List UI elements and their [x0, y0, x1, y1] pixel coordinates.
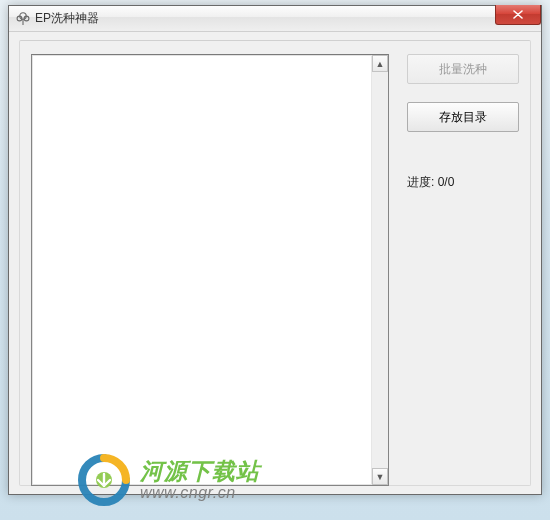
- app-icon: [15, 11, 31, 27]
- side-panel: 批量洗种 存放目录 进度: 0/0: [389, 54, 519, 472]
- watermark-text: 河源下载站 www.cngr.cn: [140, 459, 260, 502]
- save-dir-button[interactable]: 存放目录: [407, 102, 519, 132]
- progress-label: 进度:: [407, 175, 434, 189]
- progress-value: 0/0: [438, 175, 455, 189]
- batch-wash-button: 批量洗种: [407, 54, 519, 84]
- chevron-down-icon[interactable]: ▼: [372, 468, 388, 485]
- scroll-track[interactable]: [372, 72, 388, 468]
- watermark: 河源下载站 www.cngr.cn: [78, 454, 260, 506]
- close-button[interactable]: [495, 5, 541, 25]
- content: ▲ ▼ 批量洗种 存放目录 进度: 0/0: [31, 54, 519, 472]
- progress-text: 进度: 0/0: [407, 174, 519, 191]
- client-area: ▲ ▼ 批量洗种 存放目录 进度: 0/0: [9, 32, 541, 494]
- app-window: EP洗种神器 ▲ ▼ 批量洗种 存放目录 进度:: [8, 5, 542, 495]
- chevron-up-icon[interactable]: ▲: [372, 55, 388, 72]
- watermark-site-url: www.cngr.cn: [140, 484, 260, 502]
- listbox-inner[interactable]: [32, 55, 371, 485]
- vertical-scrollbar[interactable]: ▲ ▼: [371, 55, 388, 485]
- watermark-site-name: 河源下载站: [140, 459, 260, 484]
- titlebar[interactable]: EP洗种神器: [9, 6, 541, 32]
- window-title: EP洗种神器: [35, 10, 99, 27]
- listbox[interactable]: ▲ ▼: [31, 54, 389, 486]
- watermark-logo-icon: [78, 454, 130, 506]
- close-icon: [513, 10, 523, 19]
